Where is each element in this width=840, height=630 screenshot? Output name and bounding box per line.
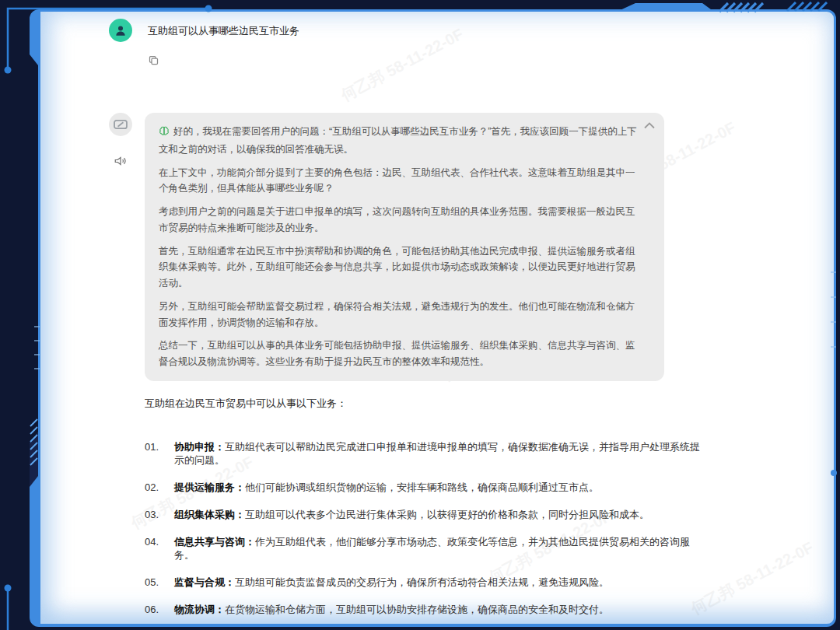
item-title: 物流协调： — [174, 604, 225, 615]
assistant-avatar — [109, 113, 132, 136]
item-number: 01. — [145, 440, 174, 467]
assistant-logo-icon — [114, 119, 128, 130]
item-number: 04. — [145, 535, 174, 562]
item-number: 05. — [145, 576, 174, 589]
user-message-row: 互助组可以从事哪些边民互市业务 — [109, 19, 723, 42]
person-icon — [114, 23, 128, 37]
item-title: 协助申报： — [174, 441, 225, 453]
list-item: 01. 协助申报：互助组代表可以帮助边民完成进口申报单和进境申报单的填写，确保数… — [145, 440, 702, 467]
item-text: 信息共享与咨询：作为互助组代表，他们能够分享市场动态、政策变化等信息，并为其他边… — [174, 535, 702, 562]
item-desc: 互助组可能负责监督成员的交易行为，确保所有活动符合相关法规，避免违规风险。 — [235, 576, 609, 588]
list-item: 06. 物流协调：在货物运输和仓储方面，互助组可以协助安排存储设施，确保商品的安… — [145, 603, 702, 616]
thinking-paragraph: 好的，我现在需要回答用户的问题：“互助组可以从事哪些边民互市业务？”首先，我应该… — [159, 124, 641, 158]
item-desc: 在货物运输和仓储方面，互助组可以协助安排存储设施，确保商品的安全和及时交付。 — [225, 604, 609, 615]
thinking-paragraph: 总结一下，互助组可以从事的具体业务可能包括协助申报、提供运输服务、组织集体采购、… — [159, 338, 641, 370]
item-text: 监督与合规：互助组可能负责监督成员的交易行为，确保所有活动符合相关法规，避免违规… — [174, 576, 609, 589]
item-number: 06. — [145, 603, 174, 616]
reasoning-box: 好的，我现在需要回答用户的问题：“互助组可以从事哪些边民互市业务？”首先，我应该… — [145, 113, 664, 381]
list-item: 05. 监督与合规：互助组可能负责监督成员的交易行为，确保所有活动符合相关法规，… — [145, 576, 702, 589]
list-item: 03. 组织集体采购：互助组可以代表多个边民进行集体采购，以获得更好的价格和条款… — [145, 508, 702, 521]
thinking-paragraph: 另外，互助组可能会帮助监督交易过程，确保符合相关法规，避免违规行为的发生。他们也… — [159, 299, 641, 331]
item-text: 组织集体采购：互助组可以代表多个边民进行集体采购，以获得更好的价格和条款，同时分… — [174, 508, 649, 521]
thinking-paragraph: 考虑到用户之前的问题是关于进口申报单的填写，这次问题转向互助组的具体业务范围。我… — [159, 204, 641, 236]
chevron-up-icon[interactable] — [644, 122, 655, 129]
list-item: 02. 提供运输服务：他们可能协调或组织货物的运输，安排车辆和路线，确保商品顺利… — [145, 481, 702, 494]
item-desc: 他们可能协调或组织货物的运输，安排车辆和路线，确保商品顺利通过互市点。 — [245, 481, 599, 493]
thinking-paragraph: 首先，互助组通常在边民互市中扮演帮助和协调的角色，可能包括协助其他边民完成申报、… — [159, 243, 641, 292]
speaker-icon[interactable] — [114, 155, 128, 167]
item-text: 协助申报：互助组代表可以帮助边民完成进口申报单和进境申报单的填写，确保数据准确无… — [174, 440, 702, 467]
user-message-text: 互助组可以从事哪些边民互市业务 — [148, 19, 299, 38]
item-number: 02. — [145, 481, 174, 494]
thinking-paragraph: 在上下文中，功能简介部分提到了主要的角色包括：边民、互助组代表、合作社代表。这意… — [159, 165, 641, 198]
item-title: 提供运输服务： — [174, 481, 245, 493]
item-title: 信息共享与咨询： — [174, 536, 255, 548]
item-number: 03. — [145, 508, 174, 521]
assistant-message-row: 好的，我现在需要回答用户的问题：“互助组可以从事哪些边民互市业务？”首先，我应该… — [109, 113, 723, 630]
item-desc: 互助组代表可以帮助边民完成进口申报单和进境申报单的填写，确保数据准确无误，并指导… — [174, 441, 700, 466]
user-avatar — [109, 19, 132, 42]
business-list: 01. 协助申报：互助组代表可以帮助边民完成进口申报单和进境申报单的填写，确保数… — [145, 440, 702, 616]
copy-icon[interactable] — [148, 54, 159, 66]
chat-area: 互助组可以从事哪些边民互市业务 — [109, 19, 723, 630]
list-item: 04. 信息共享与咨询：作为互助组代表，他们能够分享市场动态、政策变化等信息，并… — [145, 535, 702, 562]
thinking-text: 好的，我现在需要回答用户的问题：“互助组可以从事哪些边民互市业务？”首先，我应该… — [159, 126, 637, 155]
item-title: 组织集体采购： — [174, 509, 245, 520]
item-title: 监督与合规： — [174, 576, 235, 588]
answer-intro: 互助组在边民互市贸易中可以从事以下业务： — [145, 397, 702, 411]
item-text: 物流协调：在货物运输和仓储方面，互助组可以协助安排存储设施，确保商品的安全和及时… — [174, 603, 609, 616]
item-desc: 互助组可以代表多个边民进行集体采购，以获得更好的价格和条款，同时分担风险和成本。 — [245, 509, 649, 520]
brain-icon — [159, 125, 170, 142]
item-text: 提供运输服务：他们可能协调或组织货物的运输，安排车辆和路线，确保商品顺利通过互市… — [174, 481, 599, 494]
